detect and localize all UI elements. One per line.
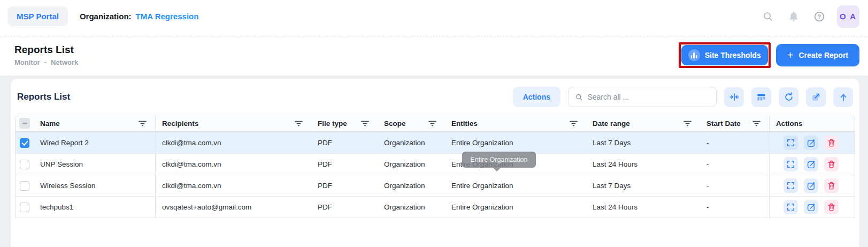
cell-recipients: clkdi@tma.com.vn [156, 154, 311, 175]
column-header-actions: Actions [769, 115, 855, 131]
delete-report-button[interactable] [824, 157, 839, 171]
annotation-highlight-box: Site Thresholds [679, 42, 771, 68]
delete-report-button[interactable] [824, 178, 839, 193]
cell-date-range: Last 7 Days [586, 132, 700, 153]
cell-entities: Entire Organization [445, 154, 586, 175]
row-checkbox[interactable] [20, 203, 29, 212]
row-checkbox[interactable] [20, 160, 29, 169]
expand-report-button[interactable] [783, 200, 798, 214]
edit-report-button[interactable] [804, 200, 818, 214]
page-header-left: Reports List Monitor - Network [14, 44, 78, 66]
help-icon[interactable]: ? [813, 11, 825, 23]
breadcrumb-item-monitor[interactable]: Monitor [14, 58, 40, 66]
card-header: Reports List Actions [11, 79, 859, 115]
refresh-button[interactable] [779, 87, 798, 107]
cell-entities: Entire Organization [445, 132, 586, 153]
filter-icon[interactable] [570, 121, 578, 126]
table-row[interactable]: UNP Session clkdi@tma.com.vn PDF Organiz… [16, 154, 855, 175]
expand-report-button[interactable] [783, 178, 798, 193]
row-checkbox[interactable] [20, 138, 29, 148]
trash-icon [827, 181, 836, 190]
notifications-bell-icon[interactable] [788, 11, 800, 23]
cell-file-type: PDF [311, 197, 378, 218]
expand-report-button[interactable] [783, 136, 798, 150]
row-checkbox-cell [16, 154, 34, 175]
cell-actions [769, 132, 855, 153]
breadcrumb-item-network[interactable]: Network [51, 58, 78, 66]
actions-button[interactable]: Actions [513, 87, 560, 107]
topbar-actions: ? O A [762, 5, 859, 28]
search-box[interactable] [568, 87, 717, 107]
edit-icon [806, 160, 816, 169]
cell-actions [769, 175, 855, 196]
edit-report-button[interactable] [804, 157, 818, 171]
cell-entities: Entire Organization [445, 175, 586, 196]
cell-name: UNP Session [34, 154, 156, 175]
expand-icon [786, 203, 795, 212]
select-all-checkbox[interactable] [19, 118, 30, 129]
header-checkbox-cell [16, 115, 34, 131]
cell-start-date: - [700, 175, 769, 196]
plus-icon: + [787, 50, 794, 61]
trash-icon [827, 138, 836, 147]
column-header-recipients: Recipients [156, 115, 311, 131]
filter-icon[interactable] [139, 121, 147, 126]
upload-arrow-icon [838, 92, 849, 102]
expand-report-button[interactable] [783, 157, 798, 171]
table-row[interactable]: techpubs1 ovsqatest+auto@gmail.com PDF O… [16, 197, 855, 218]
filter-icon[interactable] [752, 121, 761, 126]
page-header: Reports List Monitor - Network Site Thre… [0, 36, 868, 76]
organization-name-link[interactable]: TMA Regression [136, 12, 199, 21]
export-button[interactable] [833, 87, 853, 107]
row-checkbox-cell [16, 175, 34, 196]
column-header-scope: Scope [378, 115, 445, 131]
edit-report-button[interactable] [804, 136, 818, 150]
cell-date-range: Last 24 Hours [586, 197, 700, 218]
row-checkbox-cell [16, 132, 34, 153]
delete-report-button[interactable] [824, 136, 839, 150]
edit-icon [806, 203, 816, 212]
external-link-icon [811, 92, 821, 102]
thresholds-equalizer-icon [688, 49, 700, 61]
cell-actions [769, 197, 855, 218]
search-icon [575, 93, 583, 102]
page-title: Reports List [14, 44, 78, 56]
table-row[interactable]: Wired Report 2 clkdi@tma.com.vn PDF Orga… [16, 132, 855, 154]
user-avatar[interactable]: O A [837, 5, 859, 28]
svg-text:?: ? [818, 13, 821, 19]
columns-settings-button[interactable] [751, 87, 771, 107]
delete-report-button[interactable] [824, 200, 839, 214]
breadcrumb-separator: - [44, 58, 47, 66]
column-header-name: Name [34, 115, 156, 131]
cell-file-type: PDF [311, 132, 378, 153]
collapse-columns-button[interactable] [724, 87, 744, 107]
cell-file-type: PDF [311, 175, 378, 196]
site-thresholds-button[interactable]: Site Thresholds [681, 45, 768, 65]
cell-scope: Organization [378, 132, 445, 153]
expand-icon [786, 181, 795, 190]
open-external-button[interactable] [806, 87, 826, 107]
filter-icon[interactable] [428, 121, 436, 126]
filter-icon[interactable] [295, 121, 303, 126]
search-input[interactable] [587, 93, 710, 101]
reports-list-card: Reports List Actions [11, 79, 859, 247]
row-checkbox[interactable] [20, 181, 29, 191]
create-report-button[interactable]: + Create Report [776, 44, 859, 66]
edit-icon [806, 138, 816, 148]
main-content: Reports List Actions [0, 76, 868, 247]
cell-scope: Organization [378, 175, 445, 196]
cell-name: Wired Report 2 [34, 132, 156, 153]
filter-icon[interactable] [361, 121, 369, 126]
breadcrumb: Monitor - Network [14, 58, 78, 66]
column-header-file-type: File type [311, 115, 378, 131]
edit-report-button[interactable] [804, 178, 818, 193]
table-row[interactable]: Wireless Session clkdi@tma.com.vn PDF Or… [16, 175, 855, 197]
column-header-entities: Entities [445, 115, 586, 131]
page-header-buttons: Site Thresholds + Create Report [679, 42, 859, 68]
search-icon[interactable] [762, 11, 774, 23]
cell-date-range: Last 7 Days [586, 175, 700, 196]
msp-portal-button[interactable]: MSP Portal [7, 6, 68, 26]
filter-icon[interactable] [683, 121, 692, 126]
cell-scope: Organization [378, 197, 445, 218]
table-header-row: Name Recipients File type [16, 115, 855, 132]
